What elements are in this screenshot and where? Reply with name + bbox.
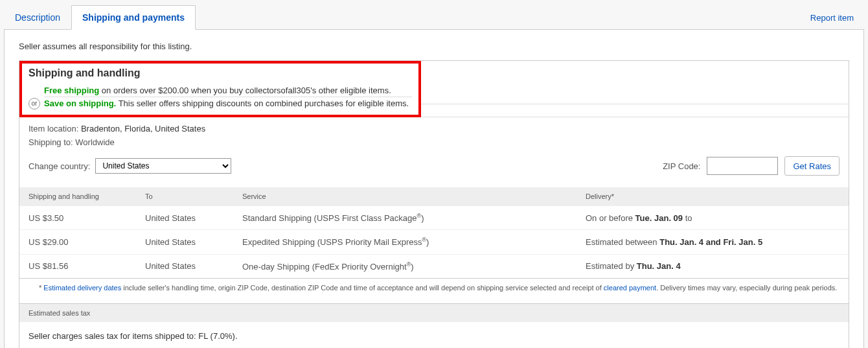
shipping-box: Shipping and handling or Free shipping o… <box>19 60 849 348</box>
shipping-to: Shipping to: Worldwide <box>29 137 839 147</box>
shipping-rates-table: Shipping and handling To Service Deliver… <box>19 187 849 278</box>
zip-code-label: ZIP Code: <box>663 161 700 171</box>
shipping-to-label: Shipping to: <box>29 137 75 147</box>
table-row: US $81.56United StatesOne-day Shipping (… <box>19 254 849 278</box>
footnote-cleared-payment-link[interactable]: cleared payment <box>604 284 656 292</box>
footnote-mid: include seller's handling time, origin Z… <box>121 284 604 292</box>
change-country-label: Change country: <box>29 161 90 171</box>
cell-price: US $3.50 <box>19 206 136 230</box>
or-badge: or <box>29 98 40 110</box>
col-header-shipping: Shipping and handling <box>19 187 136 206</box>
promo-save-shipping-rest: This seller offers shipping discounts on… <box>116 99 409 108</box>
promo-save-shipping: Save on shipping. This seller offers shi… <box>44 97 412 110</box>
cell-price: US $81.56 <box>19 254 136 278</box>
shipping-handling-highlight: Shipping and handling or Free shipping o… <box>19 61 421 117</box>
shipping-to-value: Worldwide <box>75 137 114 147</box>
cell-service: Standard Shipping (USPS First Class Pack… <box>233 206 577 230</box>
cell-delivery: Estimated between Thu. Jan. 4 and Fri. J… <box>577 230 849 254</box>
footnote-end: . Delivery times may vary, especially du… <box>656 284 837 292</box>
promo-free-shipping: Free shipping on orders over $200.00 whe… <box>44 84 412 97</box>
cell-to: United States <box>136 230 233 254</box>
estimated-sales-tax-body: Seller charges sales tax for items shipp… <box>19 322 849 348</box>
estimated-sales-tax-header: Estimated sales tax <box>19 303 849 322</box>
table-row: US $3.50United StatesStandard Shipping (… <box>19 206 849 230</box>
footnote-estimated-dates-link[interactable]: Estimated delivery dates <box>43 284 121 292</box>
item-location-value: Bradenton, Florida, United States <box>81 124 205 133</box>
table-row: US $29.00United StatesExpedited Shipping… <box>19 230 849 254</box>
zip-code-input[interactable] <box>707 157 778 175</box>
cell-service: One-day Shipping (FedEx Priority Overnig… <box>233 254 577 278</box>
tab-description[interactable]: Description <box>4 5 71 29</box>
tabs-row: Description Shipping and payments Report… <box>4 0 864 30</box>
promo-save-shipping-strong: Save on shipping. <box>44 99 116 108</box>
promo-right-filler <box>421 61 849 117</box>
item-location-label: Item location: <box>29 124 81 133</box>
cell-delivery: On or before Tue. Jan. 09 to <box>577 206 849 230</box>
tab-shipping-payments[interactable]: Shipping and payments <box>71 5 196 30</box>
country-select[interactable]: United States <box>95 158 231 174</box>
cell-service: Expedited Shipping (USPS Priority Mail E… <box>233 230 577 254</box>
delivery-footnote: * Estimated delivery dates include selle… <box>19 278 849 304</box>
col-header-delivery: Delivery* <box>577 187 849 206</box>
cell-to: United States <box>136 254 233 278</box>
get-rates-button[interactable]: Get Rates <box>784 156 839 176</box>
report-item-link[interactable]: Report item <box>800 6 864 29</box>
cell-price: US $29.00 <box>19 230 136 254</box>
content-panel: Seller assumes all responsibility for th… <box>4 30 864 348</box>
responsibility-text: Seller assumes all responsibility for th… <box>19 41 849 51</box>
cell-delivery: Estimated by Thu. Jan. 4 <box>577 254 849 278</box>
col-header-to: To <box>136 187 233 206</box>
shipping-handling-title: Shipping and handling <box>29 67 412 79</box>
promo-free-shipping-rest: on orders over $200.00 when you buy coll… <box>99 86 391 95</box>
item-location: Item location: Bradenton, Florida, Unite… <box>29 124 839 133</box>
promo-free-shipping-strong: Free shipping <box>44 86 99 95</box>
cell-to: United States <box>136 206 233 230</box>
col-header-service: Service <box>233 187 577 206</box>
